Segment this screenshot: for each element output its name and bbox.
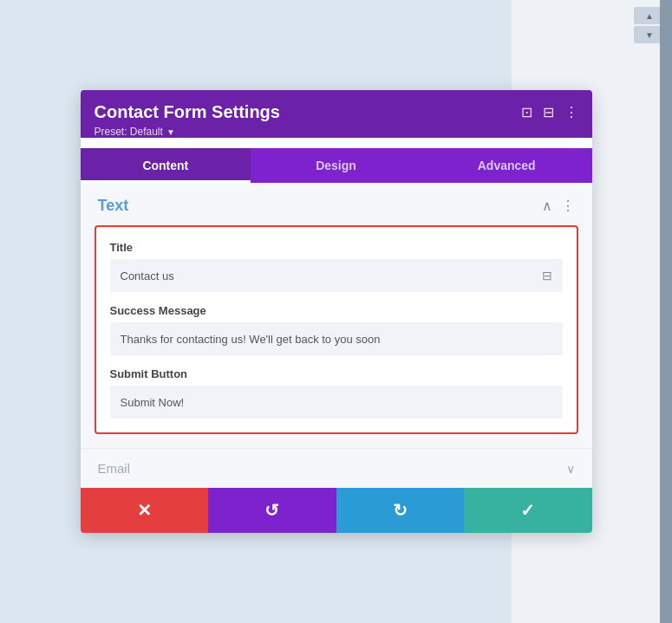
title-field-label: Title bbox=[110, 241, 563, 254]
tab-advanced[interactable]: Advanced bbox=[421, 148, 592, 183]
layout-icon[interactable]: ⊟ bbox=[543, 104, 554, 120]
more-icon[interactable]: ⋮ bbox=[564, 104, 578, 120]
success-message-label: Success Message bbox=[110, 304, 563, 317]
header-icons: ⊡ ⊟ ⋮ bbox=[521, 104, 578, 120]
preset-chevron-icon[interactable]: ▼ bbox=[166, 127, 175, 137]
cancel-button[interactable]: ✕ bbox=[81, 488, 209, 533]
panel-title: Contact Form Settings bbox=[95, 102, 280, 122]
focus-icon[interactable]: ⊡ bbox=[521, 104, 532, 120]
panel-header: Contact Form Settings ⊡ ⊟ ⋮ Preset: Defa… bbox=[81, 90, 592, 138]
tab-design[interactable]: Design bbox=[251, 148, 421, 183]
email-section[interactable]: Email ∨ bbox=[81, 448, 592, 488]
section-menu-icon[interactable]: ⋮ bbox=[561, 198, 575, 214]
success-message-field-group: Success Message Thanks for contacting us… bbox=[110, 304, 563, 355]
preset-label: Preset: Default bbox=[95, 126, 163, 138]
submit-button-input[interactable]: Submit Now! bbox=[110, 386, 563, 419]
panel-body: Text ∧ ⋮ Title Contact us ⊟ Success Mess… bbox=[81, 183, 592, 488]
text-section-content: Title Contact us ⊟ Success Message Thank… bbox=[95, 225, 578, 434]
submit-button-label: Submit Button bbox=[110, 367, 563, 380]
text-section-header: Text ∧ ⋮ bbox=[81, 183, 592, 225]
collapse-icon[interactable]: ∧ bbox=[542, 198, 552, 214]
title-input[interactable]: Contact us ⊟ bbox=[110, 259, 563, 292]
tabs-bar: Content Design Advanced bbox=[81, 148, 592, 183]
email-chevron-icon: ∨ bbox=[566, 462, 575, 476]
redo-button[interactable]: ↻ bbox=[336, 488, 465, 533]
preset-row: Preset: Default ▼ bbox=[95, 126, 578, 138]
settings-panel: Contact Form Settings ⊡ ⊟ ⋮ Preset: Defa… bbox=[81, 90, 592, 533]
title-field-group: Title Contact us ⊟ bbox=[110, 241, 563, 292]
submit-button-field-group: Submit Button Submit Now! bbox=[110, 367, 563, 419]
text-section-title: Text bbox=[98, 197, 129, 215]
save-button[interactable]: ✓ bbox=[464, 488, 592, 533]
email-section-title: Email bbox=[98, 461, 131, 476]
success-message-input[interactable]: Thanks for contacting us! We'll get back… bbox=[110, 322, 563, 355]
section-header-icons: ∧ ⋮ bbox=[542, 198, 575, 214]
tab-content[interactable]: Content bbox=[81, 148, 251, 183]
undo-button[interactable]: ↺ bbox=[208, 488, 336, 533]
panel-footer: ✕ ↺ ↻ ✓ bbox=[81, 488, 592, 533]
title-input-icon: ⊟ bbox=[542, 269, 552, 282]
